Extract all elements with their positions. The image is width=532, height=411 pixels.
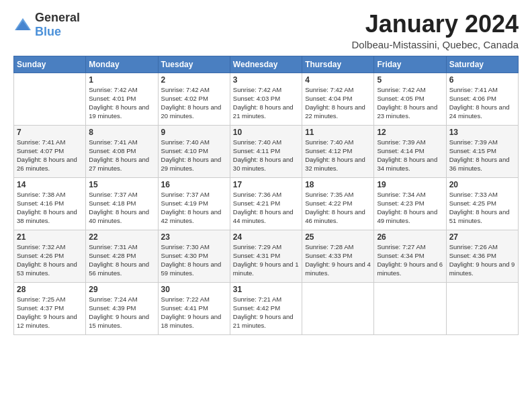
day-number: 6	[449, 75, 515, 85]
day-info: Sunrise: 7:39 AMSunset: 4:14 PMDaylight:…	[377, 138, 443, 173]
calendar-cell: 25 Sunrise: 7:28 AMSunset: 4:33 PMDaylig…	[302, 230, 374, 282]
day-info: Sunrise: 7:31 AMSunset: 4:28 PMDaylight:…	[89, 242, 154, 278]
calendar-cell: 15 Sunrise: 7:37 AMSunset: 4:18 PMDaylig…	[86, 177, 158, 230]
day-number: 31	[233, 285, 299, 294]
day-number: 14	[17, 180, 83, 189]
day-number: 16	[161, 180, 227, 189]
day-number: 29	[89, 285, 154, 294]
day-number: 27	[449, 232, 515, 242]
day-info: Sunrise: 7:34 AMSunset: 4:23 PMDaylight:…	[377, 190, 443, 226]
logo-blue: Blue	[35, 25, 61, 38]
day-number: 4	[305, 75, 371, 85]
calendar-cell: 11 Sunrise: 7:40 AMSunset: 4:12 PMDaylig…	[302, 125, 374, 177]
day-info: Sunrise: 7:36 AMSunset: 4:21 PMDaylight:…	[233, 190, 299, 226]
calendar-cell: 8 Sunrise: 7:41 AMSunset: 4:08 PMDayligh…	[86, 125, 158, 177]
header-thursday: Thursday	[302, 56, 374, 73]
month-title: January 2024	[352, 11, 519, 38]
day-number: 28	[17, 285, 83, 294]
logo-icon	[13, 15, 32, 34]
calendar-week-row: 1 Sunrise: 7:42 AMSunset: 4:01 PMDayligh…	[14, 73, 519, 125]
calendar-cell: 31 Sunrise: 7:21 AMSunset: 4:42 PMDaylig…	[230, 282, 302, 334]
calendar-week-row: 7 Sunrise: 7:41 AMSunset: 4:07 PMDayligh…	[14, 125, 519, 177]
calendar-cell: 3 Sunrise: 7:42 AMSunset: 4:03 PMDayligh…	[230, 73, 302, 125]
day-number: 3	[233, 75, 299, 85]
day-number: 25	[305, 232, 371, 242]
location-title: Dolbeau-Mistassini, Quebec, Canada	[352, 39, 519, 50]
day-info: Sunrise: 7:21 AMSunset: 4:42 PMDaylight:…	[233, 295, 299, 330]
calendar-cell: 10 Sunrise: 7:40 AMSunset: 4:11 PMDaylig…	[230, 125, 302, 177]
day-number: 15	[89, 180, 154, 189]
day-number: 7	[17, 128, 83, 137]
header-saturday: Saturday	[446, 56, 518, 73]
calendar-cell: 24 Sunrise: 7:29 AMSunset: 4:31 PMDaylig…	[230, 230, 302, 282]
day-info: Sunrise: 7:40 AMSunset: 4:12 PMDaylight:…	[305, 138, 371, 173]
day-info: Sunrise: 7:40 AMSunset: 4:10 PMDaylight:…	[161, 138, 227, 173]
calendar-cell: 5 Sunrise: 7:42 AMSunset: 4:05 PMDayligh…	[374, 73, 446, 125]
calendar-cell: 22 Sunrise: 7:31 AMSunset: 4:28 PMDaylig…	[86, 230, 158, 282]
day-info: Sunrise: 7:32 AMSunset: 4:26 PMDaylight:…	[17, 242, 83, 278]
day-info: Sunrise: 7:38 AMSunset: 4:16 PMDaylight:…	[17, 190, 83, 226]
calendar-cell: 1 Sunrise: 7:42 AMSunset: 4:01 PMDayligh…	[86, 73, 158, 125]
day-number: 21	[17, 232, 83, 242]
day-number: 17	[233, 180, 299, 189]
calendar-week-row: 21 Sunrise: 7:32 AMSunset: 4:26 PMDaylig…	[14, 230, 519, 282]
calendar-cell: 28 Sunrise: 7:25 AMSunset: 4:37 PMDaylig…	[14, 282, 86, 334]
header-wednesday: Wednesday	[230, 56, 302, 73]
calendar-cell: 12 Sunrise: 7:39 AMSunset: 4:14 PMDaylig…	[374, 125, 446, 177]
title-area: January 2024 Dolbeau-Mistassini, Quebec,…	[352, 11, 519, 50]
day-number: 5	[377, 75, 443, 85]
calendar-cell: 20 Sunrise: 7:33 AMSunset: 4:25 PMDaylig…	[446, 177, 518, 230]
calendar-cell: 16 Sunrise: 7:37 AMSunset: 4:19 PMDaylig…	[158, 177, 230, 230]
day-info: Sunrise: 7:29 AMSunset: 4:31 PMDaylight:…	[233, 242, 299, 278]
header-friday: Friday	[374, 56, 446, 73]
calendar-cell: 18 Sunrise: 7:35 AMSunset: 4:22 PMDaylig…	[302, 177, 374, 230]
calendar-cell: 9 Sunrise: 7:40 AMSunset: 4:10 PMDayligh…	[158, 125, 230, 177]
day-info: Sunrise: 7:30 AMSunset: 4:30 PMDaylight:…	[161, 242, 227, 278]
day-info: Sunrise: 7:39 AMSunset: 4:15 PMDaylight:…	[449, 138, 515, 173]
calendar-cell: 4 Sunrise: 7:42 AMSunset: 4:04 PMDayligh…	[302, 73, 374, 125]
day-number: 1	[89, 75, 154, 85]
calendar-cell: 30 Sunrise: 7:22 AMSunset: 4:41 PMDaylig…	[158, 282, 230, 334]
day-number: 24	[233, 232, 299, 242]
day-number: 11	[305, 128, 371, 137]
day-info: Sunrise: 7:28 AMSunset: 4:33 PMDaylight:…	[305, 242, 371, 278]
day-number: 30	[161, 285, 227, 294]
logo-general: General	[35, 11, 80, 24]
calendar-cell: 17 Sunrise: 7:36 AMSunset: 4:21 PMDaylig…	[230, 177, 302, 230]
day-info: Sunrise: 7:42 AMSunset: 4:01 PMDaylight:…	[89, 85, 154, 121]
calendar-week-row: 28 Sunrise: 7:25 AMSunset: 4:37 PMDaylig…	[14, 282, 519, 334]
day-info: Sunrise: 7:41 AMSunset: 4:06 PMDaylight:…	[449, 85, 515, 121]
day-info: Sunrise: 7:37 AMSunset: 4:19 PMDaylight:…	[161, 190, 227, 226]
day-info: Sunrise: 7:25 AMSunset: 4:37 PMDaylight:…	[17, 295, 83, 330]
day-info: Sunrise: 7:22 AMSunset: 4:41 PMDaylight:…	[161, 295, 227, 330]
calendar-cell: 27 Sunrise: 7:26 AMSunset: 4:36 PMDaylig…	[446, 230, 518, 282]
day-number: 20	[449, 180, 515, 189]
day-info: Sunrise: 7:41 AMSunset: 4:08 PMDaylight:…	[89, 138, 154, 173]
day-info: Sunrise: 7:24 AMSunset: 4:39 PMDaylight:…	[89, 295, 154, 330]
day-number: 9	[161, 128, 227, 137]
day-info: Sunrise: 7:27 AMSunset: 4:34 PMDaylight:…	[377, 242, 443, 278]
day-number: 18	[305, 180, 371, 189]
day-info: Sunrise: 7:41 AMSunset: 4:07 PMDaylight:…	[17, 138, 83, 173]
day-info: Sunrise: 7:35 AMSunset: 4:22 PMDaylight:…	[305, 190, 371, 226]
calendar-cell: 29 Sunrise: 7:24 AMSunset: 4:39 PMDaylig…	[86, 282, 158, 334]
header-tuesday: Tuesday	[158, 56, 230, 73]
header-monday: Monday	[86, 56, 158, 73]
calendar-week-row: 14 Sunrise: 7:38 AMSunset: 4:16 PMDaylig…	[14, 177, 519, 230]
day-info: Sunrise: 7:42 AMSunset: 4:02 PMDaylight:…	[161, 85, 227, 121]
calendar-table: Sunday Monday Tuesday Wednesday Thursday…	[13, 56, 519, 335]
calendar-cell	[374, 282, 446, 334]
day-number: 19	[377, 180, 443, 189]
calendar-cell: 13 Sunrise: 7:39 AMSunset: 4:15 PMDaylig…	[446, 125, 518, 177]
day-info: Sunrise: 7:42 AMSunset: 4:04 PMDaylight:…	[305, 85, 371, 121]
day-info: Sunrise: 7:40 AMSunset: 4:11 PMDaylight:…	[233, 138, 299, 173]
calendar-cell: 2 Sunrise: 7:42 AMSunset: 4:02 PMDayligh…	[158, 73, 230, 125]
calendar-cell: 23 Sunrise: 7:30 AMSunset: 4:30 PMDaylig…	[158, 230, 230, 282]
calendar-cell	[14, 73, 86, 125]
day-number: 22	[89, 232, 154, 242]
day-number: 23	[161, 232, 227, 242]
day-number: 26	[377, 232, 443, 242]
weekday-header-row: Sunday Monday Tuesday Wednesday Thursday…	[14, 56, 519, 73]
calendar-cell	[302, 282, 374, 334]
day-number: 12	[377, 128, 443, 137]
